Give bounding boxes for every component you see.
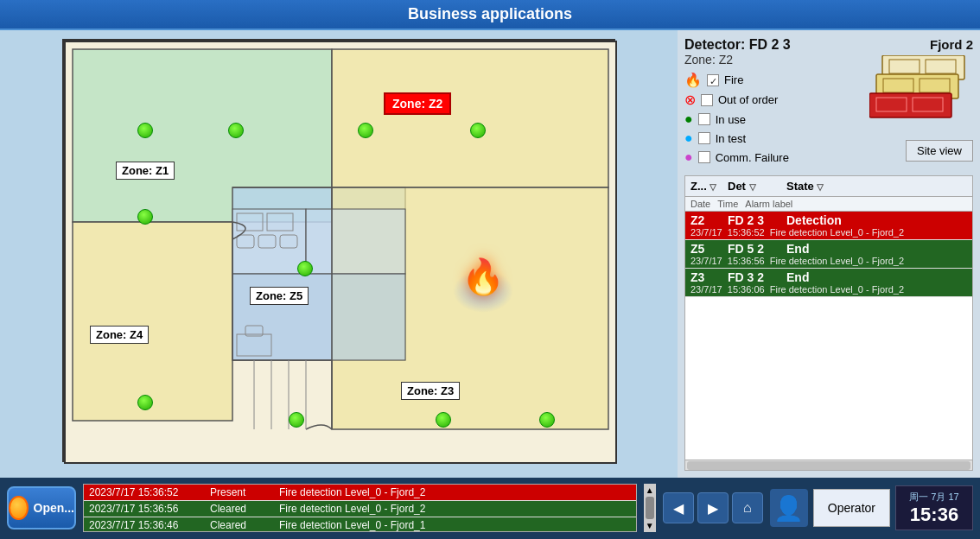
zone-z1-label: Zone: Z1: [116, 162, 175, 180]
svg-rect-6: [232, 209, 306, 274]
detector-dot[interactable]: [436, 412, 451, 428]
alarm-sub-2: 23/7/17 15:36:56 Fire detection Level_0 …: [690, 256, 967, 266]
open-icon: [9, 496, 29, 520]
event-desc-2: Fire detection Level_0 - Fjord_2: [279, 503, 631, 515]
event-desc-3: Fire detection Level_0 - Fjord_1: [279, 519, 631, 531]
floor-plan: Zone: Z1 Zone: Z2 Zone: Z3 Zone: Z4 Zone…: [62, 39, 615, 462]
event-time-1: 2023/7/17 15:36:52: [89, 486, 201, 498]
legend-fire: 🔥 Fire: [684, 72, 861, 88]
alarm-zone-1: Z2: [690, 213, 721, 227]
home-icon: ⌂: [743, 500, 752, 516]
legend-comm-failure: ● Comm. Failure: [684, 149, 861, 165]
alarm-zone-2: Z5: [690, 242, 721, 256]
layers-svg: [869, 55, 973, 133]
comm-failure-checkbox[interactable]: [698, 151, 710, 163]
zone-z2-label: Zone: Z2: [384, 92, 451, 115]
fire-checkbox[interactable]: [707, 74, 719, 86]
alarm-table: Z... ▽ Det ▽ State ▽ Date Time Alarm lab…: [684, 175, 973, 471]
event-state-3: Cleared: [210, 519, 270, 531]
event-log-scrollbar[interactable]: ▲ ▼: [644, 484, 656, 532]
back-button[interactable]: ◀: [663, 492, 694, 523]
detector-dot[interactable]: [137, 123, 153, 138]
app-title: Business applications: [408, 5, 572, 22]
alarm-row-3[interactable]: Z3 FD 3 2 End 23/7/17 15:36:06 Fire dete…: [685, 269, 972, 297]
svg-rect-2: [332, 49, 608, 187]
state-filter-icon[interactable]: ▽: [817, 182, 824, 192]
open-button[interactable]: Open...: [7, 486, 76, 529]
legend-in-test: ● In test: [684, 130, 861, 146]
play-button[interactable]: ▶: [697, 492, 729, 523]
alarm-det-1: FD 2 3: [728, 213, 780, 227]
operator-button[interactable]: Operator: [813, 489, 890, 527]
site-layers: [869, 55, 973, 133]
nav-controls: ◀ ▶ ⌂: [663, 492, 763, 523]
alarm-scrollbar[interactable]: [685, 460, 972, 470]
detector-dot[interactable]: [358, 123, 373, 138]
play-icon: ▶: [708, 500, 718, 517]
datetime-time: 15:36: [910, 504, 958, 526]
detector-text: Detector: FD 2 3 Zone: Z2 🔥 Fire ⊗ Out o…: [684, 37, 861, 168]
zone-filter-icon[interactable]: ▽: [710, 182, 716, 192]
event-state-1: Present: [210, 486, 270, 498]
alarm-state-3: End: [786, 270, 967, 284]
detector-dot[interactable]: [137, 209, 153, 225]
detector-dot[interactable]: [297, 261, 313, 276]
zone-z3-label: Zone: Z3: [401, 382, 460, 400]
alarm-state-2: End: [786, 242, 967, 256]
detector-dot[interactable]: [539, 412, 555, 428]
alarm-zone-3: Z3: [690, 270, 721, 284]
scroll-up-icon[interactable]: ▲: [646, 485, 654, 495]
alarm-state-1: Detection: [786, 213, 967, 227]
scroll-down-icon[interactable]: ▼: [646, 521, 654, 530]
event-desc-1: Fire detection Level_0 - Fjord_2: [279, 486, 631, 498]
event-row-1[interactable]: 2023/7/17 15:36:52 Present Fire detectio…: [84, 485, 636, 501]
alarm-table-header: Z... ▽ Det ▽ State ▽: [685, 176, 972, 197]
svg-rect-30: [869, 93, 951, 117]
detector-dot[interactable]: [289, 412, 304, 428]
site-section: Fjord 2: [869, 37, 973, 162]
zone-z4-label: Zone: Z4: [90, 326, 149, 344]
right-panel: Detector: FD 2 3 Zone: Z2 🔥 Fire ⊗ Out o…: [678, 30, 980, 478]
home-button[interactable]: ⌂: [732, 492, 763, 523]
zone-z5-label: Zone: Z5: [250, 287, 309, 305]
event-row-3[interactable]: 2023/7/17 15:36:46 Cleared Fire detectio…: [84, 517, 636, 532]
event-row-2[interactable]: 2023/7/17 15:36:56 Cleared Fire detectio…: [84, 501, 636, 517]
site-view-button[interactable]: Site view: [906, 140, 973, 162]
bottom-bar: Open... 2023/7/17 15:36:52 Present Fire …: [0, 478, 980, 538]
comm-failure-label: Comm. Failure: [716, 151, 789, 164]
alarm-sub-3: 23/7/17 15:36:06 Fire detection Level_0 …: [690, 284, 967, 295]
sub-time: Time: [717, 199, 738, 209]
sub-date: Date: [690, 199, 710, 209]
svg-rect-3: [73, 222, 232, 421]
open-label: Open...: [34, 501, 74, 515]
detector-title: Detector: FD 2 3: [684, 37, 861, 53]
detector-dot[interactable]: [470, 123, 486, 138]
event-state-2: Cleared: [210, 503, 270, 515]
legend-out-of-order: ⊗ Out of order: [684, 92, 861, 108]
event-log: 2023/7/17 15:36:52 Present Fire detectio…: [83, 484, 637, 532]
alarm-row-2[interactable]: Z5 FD 5 2 End 23/7/17 15:36:56 Fire dete…: [685, 240, 972, 269]
scroll-thumb[interactable]: [646, 497, 654, 519]
datetime-box: 周一 7月 17 15:36: [895, 485, 973, 530]
detector-dot[interactable]: [137, 395, 153, 410]
back-icon: ◀: [673, 500, 684, 517]
col-state-header: State ▽: [786, 180, 967, 193]
detector-info: Detector: FD 2 3 Zone: Z2 🔥 Fire ⊗ Out o…: [684, 37, 973, 168]
out-of-order-checkbox[interactable]: [701, 94, 713, 106]
sub-alarm: Alarm label: [745, 199, 792, 209]
col-det-header: Det ▽: [728, 180, 780, 193]
in-use-checkbox[interactable]: [698, 113, 710, 125]
user-section: 👤 Operator 周一 7月 17 15:36: [770, 485, 973, 530]
alarm-row-1[interactable]: Z2 FD 2 3 Detection 23/7/17 15:36:52 Fir…: [685, 212, 972, 240]
svg-rect-7: [306, 209, 405, 274]
detector-zone: Zone: Z2: [684, 53, 861, 67]
in-test-checkbox[interactable]: [698, 132, 710, 144]
user-icon: 👤: [773, 494, 804, 523]
floor-plan-area: Zone: Z1 Zone: Z2 Zone: Z3 Zone: Z4 Zone…: [0, 30, 678, 478]
detector-dot[interactable]: [228, 123, 244, 138]
fire-icon: 🔥: [461, 257, 505, 297]
user-icon-button[interactable]: 👤: [770, 489, 808, 527]
app-header: Business applications: [0, 0, 980, 30]
det-filter-icon[interactable]: ▽: [749, 182, 756, 192]
out-of-order-label: Out of order: [718, 93, 778, 106]
